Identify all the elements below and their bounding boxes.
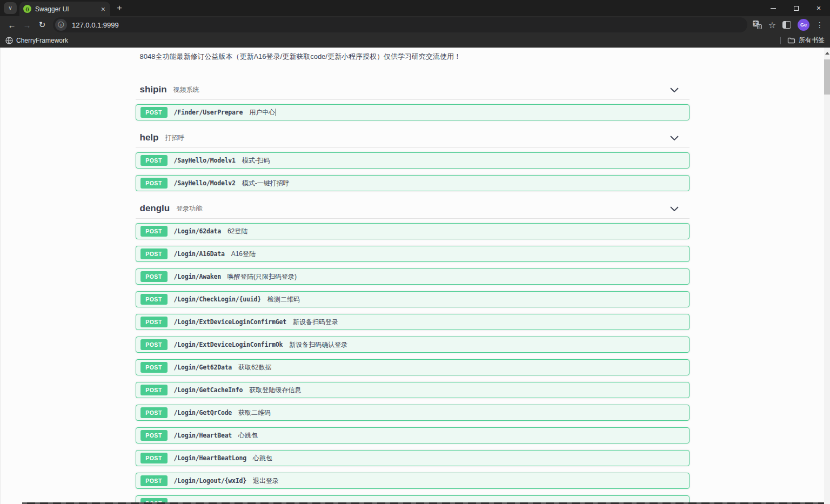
- endpoint-path: /Login/Logout/{wxId}: [174, 477, 246, 485]
- method-badge: POST: [140, 317, 168, 327]
- profile-avatar[interactable]: Ge: [798, 19, 809, 31]
- endpoint-row[interactable]: POST /Login/A16Data A16登陆: [136, 246, 690, 262]
- endpoint-summary: 模式-扫码: [242, 156, 270, 165]
- chevron-down-icon[interactable]: [670, 136, 679, 140]
- method-badge: POST: [140, 155, 168, 166]
- bookmark-cherryframework[interactable]: CherryFramework: [5, 37, 68, 44]
- method-badge: POST: [140, 248, 168, 259]
- sections: shipin 视频系统 POST /Finder/UserPrepare 用户中…: [136, 83, 690, 504]
- method-badge: POST: [140, 271, 168, 282]
- method-badge: POST: [140, 453, 168, 463]
- page-scrollbar[interactable]: [824, 48, 830, 504]
- endpoint-row[interactable]: POST /Login/HeartBeatLong 心跳包: [136, 450, 690, 466]
- all-bookmarks-button[interactable]: 所有书签: [787, 36, 825, 45]
- endpoint-summary: 用户中心: [249, 108, 275, 117]
- section-header[interactable]: help 打招呼: [136, 131, 690, 148]
- swagger-favicon-icon: {}: [23, 5, 31, 13]
- method-badge: POST: [140, 430, 168, 441]
- address-bar[interactable]: ⓘ 127.0.0.1:9999: [53, 17, 747, 32]
- text-cursor: [276, 109, 276, 116]
- endpoint-path: /Login/Get62Data: [174, 364, 232, 371]
- site-info-icon[interactable]: ⓘ: [55, 19, 67, 31]
- section-title: denglu: [140, 203, 170, 214]
- menu-dots-icon[interactable]: ⋮: [816, 21, 824, 29]
- method-badge: POST: [140, 178, 168, 189]
- endpoint-path: /SayHello/Modelv2: [174, 179, 236, 187]
- endpoint-row[interactable]: POST /Login/Get62Data 获取62数据: [136, 359, 690, 375]
- side-panel-icon[interactable]: [782, 21, 791, 29]
- endpoint-summary: A16登陆: [231, 250, 256, 259]
- endpoint-row[interactable]: POST /Login/Logout/{wxId} 退出登录: [136, 473, 690, 489]
- endpoint-row[interactable]: POST /Login/GetCacheInfo 获取登陆缓存信息: [136, 382, 690, 398]
- chevron-down-icon[interactable]: [670, 88, 679, 92]
- endpoint-summary: 新设备扫码登录: [293, 318, 338, 327]
- endpoint-summary: 心跳包: [238, 431, 258, 440]
- endpoint-row[interactable]: POST /Login/Awaken 唤醒登陆(只限扫码登录): [136, 268, 690, 285]
- bookmark-star-icon[interactable]: ☆: [768, 20, 776, 30]
- tab-close-icon[interactable]: ×: [100, 5, 106, 14]
- section-header[interactable]: denglu 登录功能: [136, 202, 690, 219]
- endpoint-row[interactable]: POST /SayHello/Modelv2 模式-一键打招呼: [136, 175, 690, 191]
- minimize-icon: [771, 8, 776, 9]
- window-maximize-button[interactable]: [785, 0, 807, 16]
- scrollbar-thumb[interactable]: [824, 59, 830, 95]
- translate-icon[interactable]: 文 G: [753, 21, 762, 29]
- endpoint-path: /Login/GetCacheInfo: [174, 386, 243, 394]
- url-text[interactable]: 127.0.0.1:9999: [72, 21, 119, 29]
- endpoint-row[interactable]: POST /Login/62data 62登陆: [136, 223, 690, 239]
- forward-button[interactable]: →: [19, 17, 35, 32]
- maximize-icon: [794, 6, 799, 11]
- endpoint-row[interactable]: POST /SayHello/Modelv1 模式-扫码: [136, 152, 690, 169]
- endpoint-row[interactable]: POST /Finder/UserPrepare 用户中心: [136, 104, 690, 120]
- method-badge: POST: [140, 107, 168, 118]
- browser-tab[interactable]: {} Swagger UI ×: [19, 2, 110, 16]
- endpoint-path: /Finder/UserPrepare: [174, 109, 243, 116]
- swagger-container: 8048全功能最新修订公益版本（更新A16登录/更新获取code/更新小程序授权…: [136, 48, 690, 504]
- endpoint-row[interactable]: POST /Login/ExtDeviceLoginConfirmOk 新设备扫…: [136, 337, 690, 353]
- section-title: help: [140, 132, 159, 143]
- endpoint-summary: 获取二维码: [238, 408, 271, 418]
- endpoint-path: /SayHello/Modelv1: [174, 157, 236, 164]
- scrollbar-up-arrow-icon[interactable]: [825, 50, 829, 55]
- endpoint-path: /Login/HeartBeat: [174, 432, 232, 439]
- reload-button[interactable]: ↻: [35, 17, 50, 32]
- new-tab-button[interactable]: +: [112, 1, 126, 15]
- endpoint-row[interactable]: POST /Login/GetQrCode 获取二维码: [136, 405, 690, 421]
- endpoint-summary: 检测二维码: [267, 295, 300, 304]
- endpoint-summary: 心跳包: [253, 454, 272, 463]
- endpoint-path: /Login/62data: [174, 227, 221, 235]
- endpoint-summary: 模式-一键打招呼: [242, 179, 290, 188]
- section-title: shipin: [140, 84, 167, 95]
- method-badge: POST: [140, 475, 168, 486]
- globe-icon: [5, 37, 13, 44]
- back-button[interactable]: ←: [4, 17, 19, 32]
- endpoint-path: /Login/Awaken: [174, 273, 221, 280]
- method-badge: POST: [140, 294, 168, 305]
- tab-title: Swagger UI: [35, 5, 100, 13]
- section-description: 打招呼: [165, 133, 184, 143]
- window-close-button[interactable]: ×: [807, 0, 830, 16]
- endpoint-path: /Login/ExtDeviceLoginConfirmGet: [174, 318, 286, 326]
- tab-strip: v {} Swagger UI × + ×: [0, 0, 830, 16]
- endpoint-list: POST /Finder/UserPrepare 用户中心: [136, 104, 690, 120]
- window-minimize-button[interactable]: [762, 0, 785, 16]
- api-description: 8048全功能最新修订公益版本（更新A16登录/更新获取code/更新小程序授权…: [136, 51, 690, 72]
- tab-search-button[interactable]: v: [4, 2, 17, 14]
- folder-icon: [787, 37, 795, 44]
- section-header[interactable]: shipin 视频系统: [136, 83, 690, 100]
- method-badge: POST: [140, 226, 168, 237]
- endpoint-path: /Login/HeartBeatLong: [174, 454, 246, 462]
- endpoint-path: /Login/CheckLogin/{uuid}: [174, 295, 261, 303]
- page-viewport: 8048全功能最新修订公益版本（更新A16登录/更新获取code/更新小程序授权…: [0, 48, 830, 504]
- method-badge: POST: [140, 339, 168, 350]
- browser-toolbar: ← → ↻ ⓘ 127.0.0.1:9999 文 G ☆ Ge ⋮: [0, 16, 830, 33]
- method-badge: POST: [140, 407, 168, 418]
- endpoint-row[interactable]: POST /Login/HeartBeat 心跳包: [136, 427, 690, 443]
- endpoint-row[interactable]: POST /Login/CheckLogin/{uuid} 检测二维码: [136, 291, 690, 307]
- endpoint-summary: 退出登录: [253, 476, 279, 486]
- chevron-down-icon[interactable]: [670, 206, 679, 211]
- endpoint-row[interactable]: POST /Login/ExtDeviceLoginConfirmGet 新设备…: [136, 314, 690, 330]
- section-description: 视频系统: [173, 85, 199, 95]
- endpoint-summary: 获取62数据: [238, 363, 271, 372]
- endpoint-path: /Login/A16Data: [174, 250, 225, 258]
